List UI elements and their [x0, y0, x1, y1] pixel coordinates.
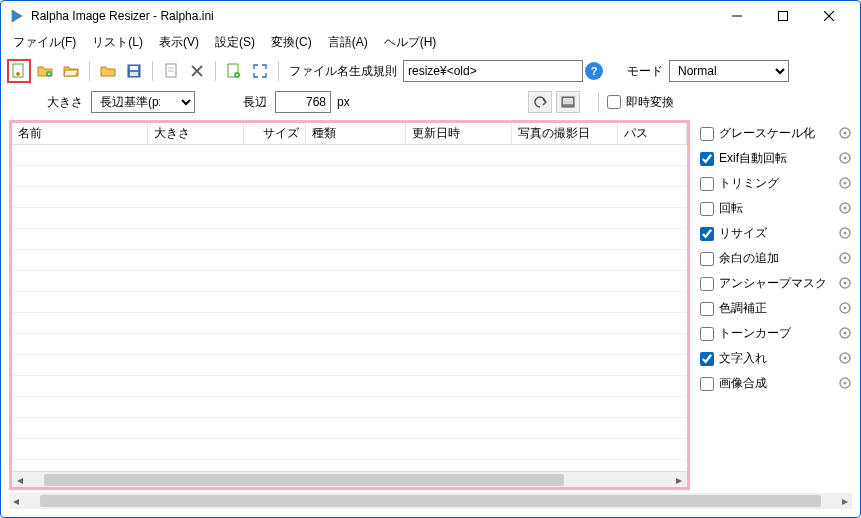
- col-modified[interactable]: 更新日時: [406, 123, 512, 144]
- delete-button[interactable]: [185, 59, 209, 83]
- opt-compose[interactable]: 画像合成: [696, 371, 858, 396]
- menu-view[interactable]: 表示(V): [151, 31, 207, 54]
- titlebar: Ralpha Image Resizer - Ralpha.ini: [1, 1, 860, 31]
- add-files-button[interactable]: [7, 59, 31, 83]
- unsharp-checkbox[interactable]: [700, 277, 714, 291]
- menu-convert[interactable]: 変換(C): [263, 31, 320, 54]
- instant-convert-row[interactable]: 即時変換: [607, 94, 674, 111]
- menubar: ファイル(F) リスト(L) 表示(V) 設定(S) 変換(C) 言語(A) ヘ…: [1, 31, 860, 55]
- file-row: [12, 292, 687, 313]
- view-button[interactable]: [556, 91, 580, 113]
- file-row: [12, 166, 687, 187]
- gear-icon[interactable]: [838, 126, 854, 142]
- svg-point-39: [844, 356, 847, 359]
- file-list-panel: 名前 大きさ サイズ 種類 更新日時 写真の撮影日 パス: [9, 120, 690, 490]
- scroll-right-icon[interactable]: ▸: [837, 494, 852, 508]
- mode-select[interactable]: Normal: [669, 60, 789, 82]
- fullscreen-button[interactable]: [248, 59, 272, 83]
- opt-margin[interactable]: 余白の追加: [696, 246, 858, 271]
- opt-trimming[interactable]: トリミング: [696, 171, 858, 196]
- close-button[interactable]: [806, 2, 852, 30]
- options-panel: グレースケール化 Exif自動回転 トリミング 回転 リサイズ: [694, 117, 860, 493]
- open-folder-button[interactable]: [59, 59, 83, 83]
- col-filesize[interactable]: サイズ: [244, 123, 306, 144]
- opt-exif[interactable]: Exif自動回転: [696, 146, 858, 171]
- size-basis-select[interactable]: 長辺基準(px): [91, 91, 195, 113]
- text-checkbox[interactable]: [700, 352, 714, 366]
- file-list-body[interactable]: [12, 145, 687, 471]
- opt-text[interactable]: 文字入れ: [696, 346, 858, 371]
- file-row: [12, 376, 687, 397]
- long-label: 長辺: [239, 94, 271, 111]
- long-side-input[interactable]: [275, 91, 331, 113]
- scroll-right-icon[interactable]: ▸: [671, 473, 687, 487]
- tone-checkbox[interactable]: [700, 327, 714, 341]
- svg-rect-3: [779, 12, 788, 21]
- gear-icon[interactable]: [838, 176, 854, 192]
- opt-color[interactable]: 色調補正: [696, 296, 858, 321]
- opt-grayscale[interactable]: グレースケール化: [696, 121, 858, 146]
- file-row: [12, 313, 687, 334]
- file-row: [12, 334, 687, 355]
- col-path[interactable]: パス: [618, 123, 687, 144]
- gear-icon[interactable]: [838, 251, 854, 267]
- file-list-hscroll[interactable]: ◂ ▸: [12, 471, 687, 487]
- text-label: 文字入れ: [719, 350, 838, 367]
- help-icon[interactable]: ?: [585, 62, 603, 80]
- maximize-button[interactable]: [760, 2, 806, 30]
- gear-icon[interactable]: [838, 276, 854, 292]
- rotate-checkbox[interactable]: [700, 202, 714, 216]
- scroll-thumb[interactable]: [40, 495, 821, 507]
- doc-plus-button[interactable]: [222, 59, 246, 83]
- opt-unsharp[interactable]: アンシャープマスク: [696, 271, 858, 296]
- col-shotdate[interactable]: 写真の撮影日: [512, 123, 618, 144]
- scroll-left-icon[interactable]: ◂: [9, 494, 24, 508]
- opt-rotate[interactable]: 回転: [696, 196, 858, 221]
- scroll-left-icon[interactable]: ◂: [12, 473, 28, 487]
- menu-list[interactable]: リスト(L): [84, 31, 151, 54]
- file-row: [12, 439, 687, 460]
- grayscale-checkbox[interactable]: [700, 127, 714, 141]
- add-folder-button[interactable]: [33, 59, 57, 83]
- margin-checkbox[interactable]: [700, 252, 714, 266]
- resize-checkbox[interactable]: [700, 227, 714, 241]
- col-size[interactable]: 大きさ: [148, 123, 244, 144]
- compose-label: 画像合成: [719, 375, 838, 392]
- window-hscroll[interactable]: ◂ ▸: [9, 493, 852, 509]
- undo-button[interactable]: [528, 91, 552, 113]
- rule-input[interactable]: [403, 60, 583, 82]
- gear-icon[interactable]: [838, 326, 854, 342]
- color-label: 色調補正: [719, 300, 838, 317]
- compose-checkbox[interactable]: [700, 377, 714, 391]
- col-type[interactable]: 種類: [306, 123, 406, 144]
- margin-label: 余白の追加: [719, 250, 838, 267]
- gear-icon[interactable]: [838, 151, 854, 167]
- unsharp-label: アンシャープマスク: [719, 275, 838, 292]
- minimize-button[interactable]: [714, 2, 760, 30]
- gear-icon[interactable]: [838, 376, 854, 392]
- trimming-checkbox[interactable]: [700, 177, 714, 191]
- menu-settings[interactable]: 設定(S): [207, 31, 263, 54]
- col-name[interactable]: 名前: [12, 123, 148, 144]
- doc-button[interactable]: [159, 59, 183, 83]
- gear-icon[interactable]: [838, 226, 854, 242]
- gear-icon[interactable]: [838, 301, 854, 317]
- color-checkbox[interactable]: [700, 302, 714, 316]
- instant-convert-checkbox[interactable]: [607, 95, 621, 109]
- file-row: [12, 397, 687, 418]
- opt-tone[interactable]: トーンカーブ: [696, 321, 858, 346]
- exif-checkbox[interactable]: [700, 152, 714, 166]
- svg-rect-19: [563, 98, 573, 104]
- toolbar-sep-3: [215, 61, 216, 81]
- opt-resize[interactable]: リサイズ: [696, 221, 858, 246]
- folder-a-button[interactable]: [96, 59, 120, 83]
- gear-icon[interactable]: [838, 351, 854, 367]
- scroll-thumb[interactable]: [44, 474, 564, 486]
- save-button[interactable]: [122, 59, 146, 83]
- menu-lang[interactable]: 言語(A): [320, 31, 376, 54]
- svg-marker-0: [12, 10, 22, 22]
- gear-icon[interactable]: [838, 201, 854, 217]
- menu-help[interactable]: ヘルプ(H): [376, 31, 445, 54]
- file-row: [12, 355, 687, 376]
- menu-file[interactable]: ファイル(F): [5, 31, 84, 54]
